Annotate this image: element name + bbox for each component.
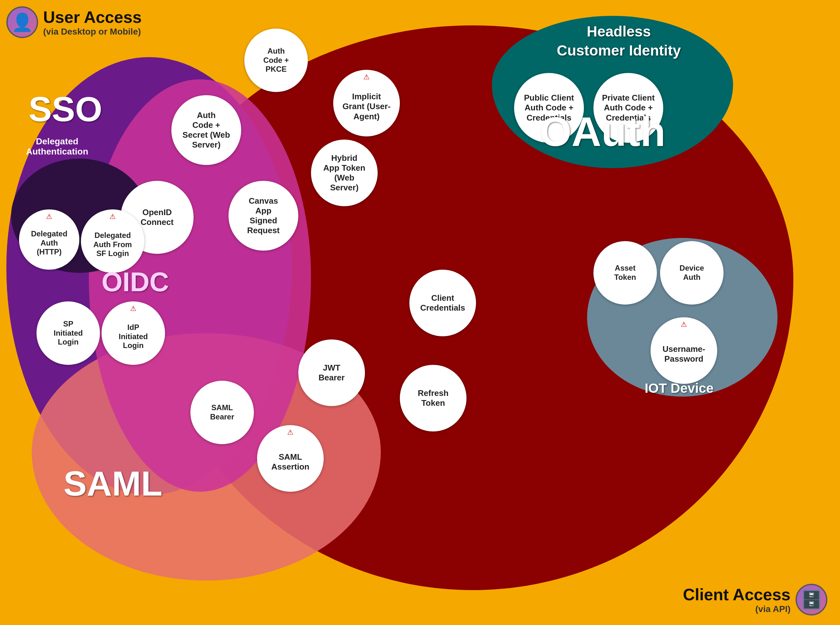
flow-label-delegated-auth-http: DelegatedAuth(HTTP)	[28, 220, 70, 259]
flow-label-refresh-token: RefreshToken	[415, 386, 451, 410]
user-avatar: 👤	[6, 6, 38, 38]
client-db-icon: 🗄️	[796, 584, 827, 616]
warning-icon-delegated-auth-sf: ⚠	[109, 213, 116, 221]
flow-label-sp-initiated: SPInitiatedLogin	[51, 317, 86, 349]
warning-icon-username-password: ⚠	[681, 320, 687, 329]
headless-label: HeadlessCustomer Identity	[540, 22, 698, 60]
oidc-label: OIDC	[101, 266, 169, 298]
flow-auth-code-secret: AuthCode +Secret (WebServer)	[171, 95, 241, 165]
flow-label-saml-assertion: SAMLAssertion	[269, 443, 312, 474]
flow-label-hybrid-app-token: HybridApp Token(WebServer)	[321, 151, 368, 196]
flow-refresh-token: RefreshToken	[400, 365, 467, 431]
flow-label-auth-code-pkce: AuthCode +PKCE	[261, 44, 292, 76]
client-access-footer: Client Access (via API) 🗄️	[683, 584, 827, 616]
flow-label-asset-token: AssetToken	[612, 261, 639, 285]
flow-idp-initiated: ⚠IdPInitiatedLogin	[101, 302, 165, 365]
user-access-header: 👤 User Access (via Desktop or Mobile)	[6, 6, 142, 38]
flow-delegated-auth-http: ⚠DelegatedAuth(HTTP)	[19, 209, 79, 270]
flow-label-openid-connect: OpenIDConnect	[138, 205, 176, 230]
flow-label-implicit-grant: ImplicitGrant (User-Agent)	[340, 82, 393, 124]
flow-implicit-grant: ⚠ImplicitGrant (User-Agent)	[333, 70, 400, 137]
flow-label-device-auth: DeviceAuth	[677, 261, 706, 285]
flow-label-canvas-signed: CanvasAppSignedRequest	[245, 194, 282, 238]
sso-label: SSO	[28, 89, 102, 129]
flow-label-idp-initiated: IdPInitiatedLogin	[116, 314, 151, 353]
flow-label-client-credentials: ClientCredentials	[418, 291, 468, 316]
flow-client-credentials: ClientCredentials	[409, 270, 476, 336]
warning-icon-idp-initiated: ⚠	[130, 305, 137, 313]
flow-saml-assertion: ⚠SAMLAssertion	[257, 425, 324, 492]
flow-canvas-signed: CanvasAppSignedRequest	[229, 181, 298, 250]
warning-icon-saml-assertion: ⚠	[287, 428, 294, 437]
flow-delegated-auth-sf: ⚠DelegatedAuth FromSF Login	[81, 209, 145, 273]
warning-icon-implicit-grant: ⚠	[363, 73, 370, 81]
flow-jwt-bearer: JWTBearer	[298, 339, 365, 406]
flow-asset-token: AssetToken	[593, 241, 657, 305]
flow-username-password: ⚠Username-Password	[650, 317, 717, 384]
flow-hybrid-app-token: HybridApp Token(WebServer)	[311, 140, 378, 206]
delegated-auth-label: Delegated Authentication	[25, 137, 89, 157]
flow-label-delegated-auth-sf: DelegatedAuth FromSF Login	[91, 221, 134, 261]
flow-label-username-password: Username-Password	[660, 335, 708, 367]
client-access-title: Client Access	[683, 585, 790, 604]
flow-auth-code-pkce: AuthCode +PKCE	[244, 28, 308, 92]
warning-icon-delegated-auth-http: ⚠	[46, 213, 52, 221]
user-access-title: User Access	[43, 8, 142, 26]
iot-label: IOT Device	[593, 381, 765, 396]
flow-label-saml-bearer: SAMLBearer	[208, 401, 237, 424]
flow-device-auth: DeviceAuth	[660, 241, 723, 305]
oauth-label: OAuth	[540, 108, 666, 155]
user-access-subtitle: (via Desktop or Mobile)	[43, 26, 142, 37]
flow-saml-bearer: SAMLBearer	[190, 381, 254, 444]
flow-label-auth-code-secret: AuthCode +Secret (WebServer)	[180, 108, 233, 152]
saml-label: SAML	[64, 463, 162, 504]
client-access-subtitle: (via API)	[683, 604, 790, 614]
flow-label-jwt-bearer: JWTBearer	[316, 361, 347, 385]
flow-sp-initiated: SPInitiatedLogin	[36, 302, 100, 365]
